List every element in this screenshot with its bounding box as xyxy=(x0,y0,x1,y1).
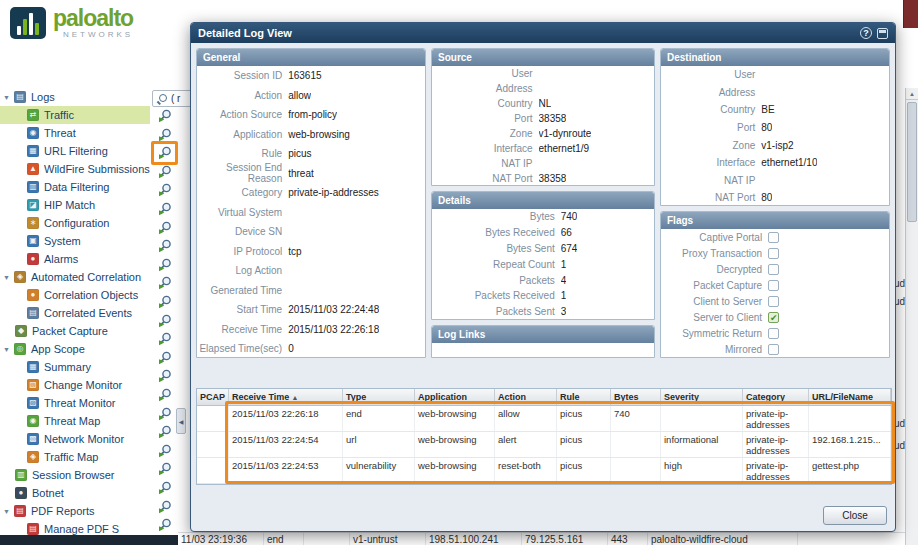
field-label: Start Time xyxy=(197,304,288,315)
source-panel: SourceUserAddressCountryNLPort38358Zonev… xyxy=(431,48,655,186)
field-value: 1 xyxy=(561,290,567,301)
sidebar-item-alarms[interactable]: ●Alarms xyxy=(0,250,150,268)
sidebar-collapse-handle[interactable] xyxy=(176,408,186,434)
log-detail-magnifier-icon[interactable] xyxy=(157,499,175,515)
sidebar-item-correlated-events[interactable]: ▤Correlated Events xyxy=(0,304,150,322)
checkbox-unchecked-icon xyxy=(768,296,779,307)
close-button[interactable]: Close xyxy=(823,506,887,525)
field-label: Packets xyxy=(432,275,561,286)
sidebar-item-threat[interactable]: ◉Threat xyxy=(0,124,150,142)
sidebar-item-change-monitor[interactable]: ▧Change Monitor xyxy=(0,376,150,394)
log-detail-magnifier-icon[interactable] xyxy=(157,480,175,496)
scroll-up-arrow-icon[interactable]: ▲ xyxy=(906,88,918,100)
sidebar-item-network-monitor[interactable]: ▩Network Monitor xyxy=(0,430,150,448)
background-row-cell: paloalto-wildfire-cloud xyxy=(648,533,798,545)
log-detail-magnifier-icon[interactable] xyxy=(157,406,175,422)
app-scope-icon: ◎ xyxy=(14,343,26,355)
field-label: Zone xyxy=(661,140,761,151)
log-detail-magnifier-icon[interactable] xyxy=(157,443,175,459)
threat-monitor-icon: ▨ xyxy=(27,397,39,409)
field-value: 740 xyxy=(561,211,578,222)
field-label: Action xyxy=(197,90,288,101)
general-field-rule: Rulepicus xyxy=(197,144,425,164)
log-detail-magnifier-icon[interactable] xyxy=(157,294,175,310)
session-browser-icon: ▥ xyxy=(15,469,27,481)
background-row-cell: 79.125.5.161 xyxy=(522,533,608,545)
flag-label: Packet Capture xyxy=(661,280,768,291)
sidebar-item-configuration[interactable]: ∗Configuration xyxy=(0,214,150,232)
background-row-cell: 11/03 23:19:36 xyxy=(178,533,264,545)
sidebar-item-correlation-objects[interactable]: ●Correlation Objects xyxy=(0,286,150,304)
field-value: 38358 xyxy=(539,113,567,124)
flag-decrypted: Decrypted xyxy=(661,261,889,277)
source-field-country: CountryNL xyxy=(432,96,654,111)
background-log-row[interactable]: 11/03 23:19:36endv1-untrust198.51.100.24… xyxy=(178,532,905,545)
log-detail-magnifier-icon[interactable] xyxy=(157,461,175,477)
log-detail-magnifier-icon[interactable] xyxy=(157,331,175,347)
sidebar-item-hip-match[interactable]: ◪HIP Match xyxy=(0,196,150,214)
sidebar-item-pdf-reports[interactable]: ▼▤PDF Reports xyxy=(0,502,150,520)
log-detail-magnifier-icon[interactable] xyxy=(157,164,175,180)
sidebar-nav: ▼▤Logs⇄Traffic◉Threat▦URL Filtering▲Wild… xyxy=(0,60,150,538)
field-value: threat xyxy=(288,168,314,179)
sidebar-item-automated-correlation[interactable]: ▼◈Automated Correlation xyxy=(0,268,150,286)
expand-triangle-icon[interactable]: ▼ xyxy=(3,346,14,353)
log-detail-magnifier-icon[interactable] xyxy=(157,424,175,440)
log-detail-magnifier-icon[interactable] xyxy=(157,220,175,236)
log-detail-magnifier-icon[interactable] xyxy=(157,313,175,329)
log-detail-magnifier-icon[interactable] xyxy=(157,387,175,403)
minimize-icon[interactable] xyxy=(877,28,888,39)
botnet-icon: ● xyxy=(15,487,27,499)
sidebar: ▼▤Logs⇄Traffic◉Threat▦URL Filtering▲Wild… xyxy=(0,60,150,536)
sidebar-item-summary[interactable]: ▦Summary xyxy=(0,358,150,376)
background-row-cell: v1-untrust xyxy=(350,533,426,545)
sidebar-item-label: Network Monitor xyxy=(44,433,124,445)
sidebar-item-traffic-map[interactable]: ◈Traffic Map xyxy=(0,448,150,466)
log-detail-magnifier-icon[interactable] xyxy=(157,257,175,273)
log-detail-magnifier-icon[interactable] xyxy=(157,368,175,384)
sidebar-item-wildfire-submissions[interactable]: ▲WildFire Submissions xyxy=(0,160,150,178)
correlated-events-icon: ▤ xyxy=(27,307,39,319)
log-detail-magnifier-icon[interactable] xyxy=(157,182,175,198)
field-label: NAT Port xyxy=(661,192,761,203)
sidebar-item-url-filtering[interactable]: ▦URL Filtering xyxy=(0,142,150,160)
field-label: Packets Sent xyxy=(432,306,561,317)
sidebar-item-label: Data Filtering xyxy=(44,181,109,193)
details-field-packets-sent: Packets Sent3 xyxy=(432,304,654,320)
sidebar-item-logs[interactable]: ▼▤Logs xyxy=(0,88,150,106)
log-detail-magnifier-icon[interactable] xyxy=(157,108,175,124)
header-corner-fragment xyxy=(903,0,918,28)
sidebar-item-threat-monitor[interactable]: ▨Threat Monitor xyxy=(0,394,150,412)
sidebar-item-data-filtering[interactable]: ▥Data Filtering xyxy=(0,178,150,196)
log-detail-magnifier-icon[interactable] xyxy=(157,517,175,533)
sidebar-item-traffic[interactable]: ⇄Traffic xyxy=(0,106,150,124)
sidebar-item-label: Change Monitor xyxy=(44,379,122,391)
log-detail-magnifier-icon[interactable] xyxy=(157,275,175,291)
sort-ascending-icon: ▲ xyxy=(291,394,298,401)
field-label: Bytes xyxy=(432,211,561,222)
log-detail-magnifier-icon[interactable] xyxy=(157,350,175,366)
log-detail-magnifier-icon[interactable] xyxy=(157,201,175,217)
checkbox-unchecked-icon xyxy=(768,232,779,243)
sidebar-item-botnet[interactable]: ●Botnet xyxy=(0,484,150,502)
general-field-session-id: Session ID163615 xyxy=(197,66,425,86)
destination-field-interface: Interfaceethernet1/10 xyxy=(661,154,889,172)
general-field-elapsed-time-sec: Elapsed Time(sec)0 xyxy=(197,339,425,358)
sidebar-item-threat-map[interactable]: ◉Threat Map xyxy=(0,412,150,430)
general-field-start-time: Start Time2015/11/03 22:24:48 xyxy=(197,300,425,320)
expand-triangle-icon[interactable]: ▼ xyxy=(3,274,14,281)
sidebar-item-packet-capture[interactable]: ◆Packet Capture xyxy=(0,322,150,340)
background-row-cell: end xyxy=(264,533,304,545)
sidebar-item-session-browser[interactable]: ▥Session Browser xyxy=(0,466,150,484)
field-value: BE xyxy=(761,104,774,115)
scrollbar-thumb[interactable] xyxy=(907,102,917,222)
flag-server-to-client: Server to Client✔ xyxy=(661,309,889,325)
vertical-scrollbar[interactable]: ▲ xyxy=(905,88,918,545)
modal-title-bar[interactable]: Detailed Log View ? xyxy=(191,23,895,43)
expand-triangle-icon[interactable]: ▼ xyxy=(3,508,14,515)
sidebar-item-system[interactable]: ▣System xyxy=(0,232,150,250)
sidebar-item-app-scope[interactable]: ▼◎App Scope xyxy=(0,340,150,358)
help-icon[interactable]: ? xyxy=(860,27,872,39)
expand-triangle-icon[interactable]: ▼ xyxy=(3,94,14,101)
log-detail-magnifier-icon[interactable] xyxy=(157,238,175,254)
